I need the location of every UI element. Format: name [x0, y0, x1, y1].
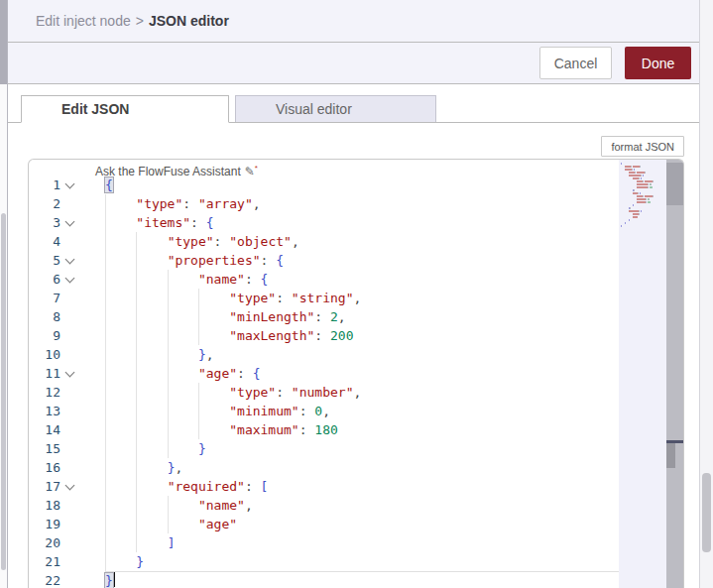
workspace-edge-header [0, 0, 7, 84]
fold-chevron-icon[interactable] [65, 217, 75, 227]
editor-code-area[interactable]: { "type": "array", "items": { "type": "o… [105, 176, 619, 588]
minimap-line [621, 177, 666, 179]
tab-edit-json[interactable]: Edit JSON [21, 95, 229, 123]
minimap-line [621, 169, 666, 171]
code-line[interactable]: "age" [105, 515, 619, 533]
line-number: 10 [29, 345, 60, 364]
tab-visual-editor[interactable]: Visual editor [235, 95, 436, 122]
line-number: 1 [29, 176, 60, 194]
minimap-line [621, 183, 666, 185]
gutter-row: 16 [29, 458, 105, 477]
gutter-row: 5 [29, 251, 105, 270]
editor-scrollbar[interactable] [666, 160, 683, 588]
code-editor[interactable]: Ask the FlowFuse Assistant✎* 12345678910… [28, 159, 684, 588]
minimap-line [621, 186, 666, 188]
done-button[interactable]: Done [625, 47, 691, 79]
code-line[interactable]: }, [105, 458, 619, 477]
minimap-line [621, 166, 666, 168]
assistant-sparkle-icon: * [255, 164, 258, 173]
fold-chevron-icon[interactable] [65, 274, 75, 284]
code-line[interactable]: }, [105, 345, 619, 364]
editor-scrollbar-thumb[interactable] [666, 163, 683, 205]
code-line[interactable]: "name", [105, 496, 619, 515]
minimap-line [621, 219, 666, 221]
assistant-placeholder[interactable]: Ask the FlowFuse Assistant✎* [95, 161, 258, 176]
minimap-line [621, 222, 666, 224]
minimap-line [621, 192, 666, 194]
fold-chevron-icon[interactable] [65, 481, 75, 491]
code-line[interactable]: "maxLength": 200 [105, 326, 619, 345]
code-line[interactable]: } [105, 439, 619, 458]
gutter-row: 10 [29, 345, 105, 364]
minimap-line [621, 195, 666, 197]
gutter-row: 17 [29, 477, 105, 496]
line-number: 22 [29, 571, 60, 588]
line-number: 5 [29, 251, 60, 270]
fold-chevron-icon[interactable] [65, 255, 75, 265]
line-number: 14 [29, 420, 60, 439]
gutter-row: 15 [29, 439, 105, 458]
minimap-line [621, 210, 666, 212]
code-line[interactable]: } [105, 552, 619, 571]
code-line[interactable]: "type": "array", [105, 194, 619, 213]
line-number: 20 [29, 533, 60, 552]
fold-chevron-icon[interactable] [65, 368, 75, 378]
gutter-row: 12 [29, 383, 105, 402]
gutter-row: 4 [29, 232, 105, 251]
line-number: 18 [29, 496, 60, 515]
tab-bar: Edit JSON Visual editor [8, 94, 699, 123]
line-number: 19 [29, 515, 60, 533]
text-cursor [113, 572, 115, 587]
line-number: 15 [29, 439, 60, 458]
code-line[interactable]: { [105, 176, 619, 194]
code-line[interactable]: "type": "number", [105, 383, 619, 402]
code-line[interactable]: "properties": { [105, 251, 619, 270]
code-line[interactable]: "maximum": 180 [105, 420, 619, 439]
cancel-button[interactable]: Cancel [539, 47, 612, 79]
format-json-button[interactable]: format JSON [601, 136, 684, 157]
page-title: JSON editor [149, 13, 229, 29]
minimap-line [621, 201, 666, 203]
gutter-row: 13 [29, 402, 105, 420]
dialog-content: Edit JSON Visual editor format JSON Ask … [8, 94, 699, 588]
line-number: 12 [29, 383, 60, 402]
gutter-row: 6 [29, 270, 105, 289]
line-number: 13 [29, 402, 60, 420]
page-scrollbar[interactable] [699, 0, 713, 588]
matched-bracket: { [105, 177, 113, 192]
code-line[interactable]: "items": { [105, 213, 619, 232]
minimap-line [621, 207, 666, 209]
line-number: 16 [29, 458, 60, 477]
breadcrumb-parent-link[interactable]: Edit inject node [36, 13, 131, 29]
code-line[interactable]: "required": [ [105, 477, 619, 496]
code-line[interactable]: "name": { [105, 270, 619, 289]
breadcrumb: Edit inject node>JSON editor [8, 0, 699, 43]
line-number: 9 [29, 326, 60, 345]
line-number: 3 [29, 213, 60, 232]
minimap-line [621, 204, 666, 206]
code-line[interactable]: ] [105, 533, 619, 552]
overview-decoration [666, 443, 675, 468]
minimap-line [621, 180, 666, 182]
minimap-line [621, 225, 666, 227]
line-number: 2 [29, 194, 60, 213]
line-number: 17 [29, 477, 60, 496]
code-line[interactable]: "minLength": 2, [105, 307, 619, 326]
gutter-row: 3 [29, 213, 105, 232]
minimap-line [621, 213, 666, 215]
gutter-row: 20 [29, 533, 105, 552]
code-line[interactable]: "type": "string", [105, 289, 619, 307]
code-line[interactable]: "minimum": 0, [105, 402, 619, 420]
code-line[interactable]: } [105, 571, 619, 588]
code-line[interactable]: "age": { [105, 364, 619, 383]
fold-chevron-icon[interactable] [65, 179, 75, 189]
workspace-scrollbar-thumb[interactable] [1, 213, 6, 570]
gutter-row: 22 [29, 571, 105, 588]
page-scrollbar-thumb[interactable] [702, 473, 711, 552]
editor-gutter: 12345678910111213141516171819202122 [29, 176, 105, 588]
minimap[interactable] [619, 160, 666, 588]
breadcrumb-separator: > [131, 13, 149, 29]
gutter-row: 19 [29, 515, 105, 533]
gutter-row: 7 [29, 289, 105, 307]
code-line[interactable]: "type": "object", [105, 232, 619, 251]
